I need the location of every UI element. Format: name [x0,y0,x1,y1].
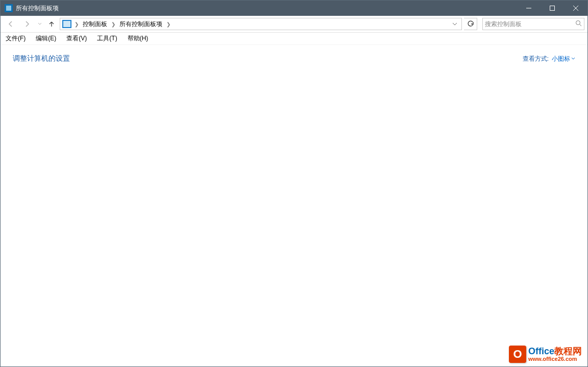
watermark-text: Office教程网 www.office26.com [528,347,582,362]
refresh-button[interactable] [464,18,477,30]
menubar: 文件(F) 编辑(E) 查看(V) 工具(T) 帮助(H) [1,33,587,45]
menu-view[interactable]: 查看(V) [64,33,89,44]
chevron-right-icon[interactable]: ❯ [74,21,80,27]
breadcrumb-item[interactable]: 所有控制面板项 [117,18,164,30]
address-bar[interactable]: ❯ 控制面板 ❯ 所有控制面板项 ❯ [60,18,462,30]
svg-rect-1 [550,6,555,11]
menu-edit[interactable]: 编辑(E) [34,33,58,44]
view-by: 查看方式: 小图标 [523,55,575,63]
watermark-brand: Office [528,346,554,356]
address-dropdown[interactable] [449,18,460,30]
svg-point-4 [576,21,580,25]
search-icon[interactable] [575,20,582,28]
window-title: 所有控制面板项 [16,4,59,13]
titlebar: 所有控制面板项 [1,1,587,16]
chevron-right-icon[interactable]: ❯ [110,21,116,27]
search-input[interactable] [485,20,575,28]
forward-button[interactable] [20,18,34,30]
back-button[interactable] [4,18,18,30]
maximize-button[interactable] [541,1,564,16]
view-by-label: 查看方式: [523,55,549,63]
menu-help[interactable]: 帮助(H) [126,33,151,44]
breadcrumb-root[interactable]: 控制面板 [81,18,109,30]
navbar: ❯ 控制面板 ❯ 所有控制面板项 ❯ [1,16,587,33]
view-by-value: 小图标 [552,55,570,63]
close-button[interactable] [564,1,587,16]
watermark-icon: O [509,346,526,363]
window-controls [517,1,587,16]
minimize-button[interactable] [517,1,541,16]
content-header: 调整计算机的设置 查看方式: 小图标 [13,54,575,69]
menu-file[interactable]: 文件(F) [4,33,28,44]
menu-tools[interactable]: 工具(T) [95,33,119,44]
history-dropdown[interactable] [36,18,43,30]
control-panel-icon [5,4,13,12]
watermark-brand-cn: 教程网 [554,346,582,356]
watermark-url: www.office26.com [528,356,582,362]
search-box[interactable] [482,18,584,30]
chevron-down-icon [571,57,575,61]
watermark: O Office教程网 www.office26.com [509,346,582,363]
page-title: 调整计算机的设置 [13,54,70,63]
up-button[interactable] [45,18,58,30]
content-area: 调整计算机的设置 查看方式: 小图标 [1,45,587,79]
control-panel-icon [62,20,71,28]
view-by-dropdown[interactable]: 小图标 [552,55,575,63]
svg-line-5 [580,25,582,27]
chevron-right-icon[interactable]: ❯ [165,21,172,27]
